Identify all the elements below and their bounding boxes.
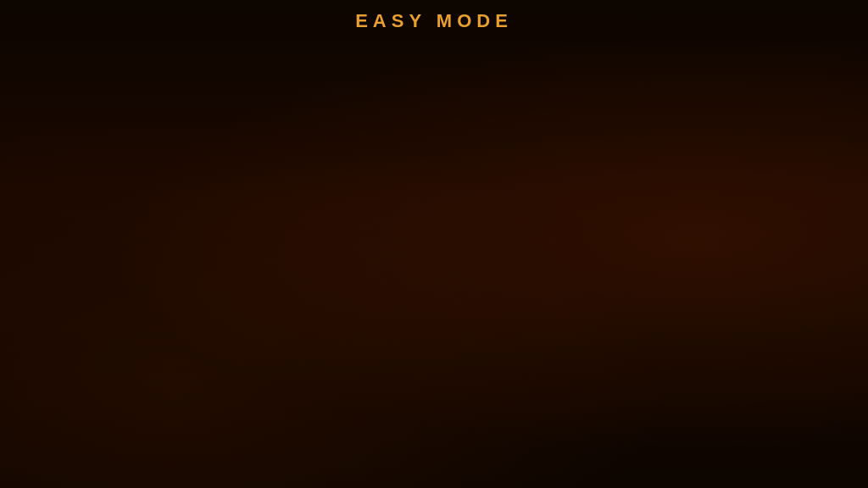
page-title: EASY MODE (355, 10, 513, 32)
